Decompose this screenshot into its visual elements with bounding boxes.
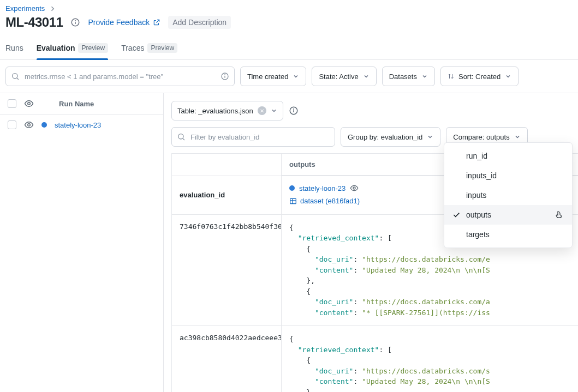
table-row[interactable]: ac398cb8580d4022aedceee3{ "retrieved_con…	[172, 325, 578, 392]
evaluation-id-cell: 7346f0763c1f42bb8b540f30a	[172, 215, 281, 326]
dropdown-item-run_id[interactable]: run_id	[444, 146, 572, 166]
external-link-icon	[153, 19, 160, 26]
tab-runs[interactable]: Runs	[5, 38, 23, 59]
svg-point-3	[13, 74, 17, 79]
visibility-icon[interactable]	[350, 184, 359, 192]
provide-feedback-link[interactable]: Provide Feedback	[88, 18, 160, 27]
dropdown-item-label: targets	[466, 230, 490, 239]
chevron-down-icon	[363, 73, 370, 80]
tab-evaluation-label: Evaluation	[37, 44, 75, 52]
state-filter[interactable]: State: Active	[312, 67, 376, 86]
run-link[interactable]: stately-loon-23	[55, 121, 101, 129]
search-wrap	[5, 67, 235, 86]
run-row[interactable]: stately-loon-23	[0, 114, 163, 135]
svg-line-4	[17, 78, 19, 80]
run-link[interactable]: stately-loon-23	[299, 184, 345, 192]
svg-point-13	[178, 134, 183, 139]
dropdown-item-label: run_id	[466, 152, 487, 160]
compare-label: Compare: outputs	[453, 133, 509, 141]
svg-point-8	[28, 102, 31, 105]
clear-table-icon[interactable]: ✕	[258, 106, 266, 115]
search-icon	[11, 72, 20, 81]
search-input[interactable]	[5, 67, 235, 86]
check-icon	[452, 210, 461, 219]
svg-rect-16	[290, 198, 296, 203]
dropdown-item-label: inputs	[466, 191, 486, 200]
svg-point-7	[225, 75, 225, 75]
main-layout: Run Name stately-loon-23 Table: _evaluat…	[0, 93, 578, 392]
select-all-checkbox[interactable]	[8, 99, 16, 108]
info-icon[interactable]	[70, 17, 80, 27]
preview-badge: Preview	[147, 43, 177, 53]
svg-line-14	[183, 138, 184, 140]
right-panel: Table: _evaluations.json ✕ Group by: eva…	[164, 93, 578, 392]
sort-button[interactable]: Sort: Created	[440, 67, 519, 86]
chevron-right-icon	[49, 5, 56, 12]
time-created-label: Time created	[247, 73, 288, 81]
svg-point-2	[75, 21, 76, 21]
dataset-link-label: dataset (e816fad1)	[300, 197, 360, 205]
column-evaluation-id: evaluation_id	[172, 176, 281, 214]
table-selector[interactable]: Table: _evaluations.json ✕	[171, 101, 283, 120]
dropdown-item-inputs_id[interactable]: inputs_id	[444, 166, 572, 185]
dropdown-item-targets[interactable]: targets	[444, 225, 572, 244]
chevron-down-icon	[427, 134, 433, 140]
filter-wrap	[171, 127, 335, 147]
dropdown-item-label: outputs	[466, 210, 491, 219]
chevron-down-icon	[514, 134, 521, 140]
state-label: State: Active	[319, 73, 358, 81]
datasets-filter[interactable]: Datasets	[382, 67, 435, 86]
column-evaluation-id-spacer	[172, 154, 281, 176]
output-json: { "retrieved_context": [ { "doc_uri": "h…	[289, 334, 570, 392]
table-selector-label: Table: _evaluations.json	[177, 107, 253, 115]
sort-icon	[448, 73, 454, 80]
dropdown-item-outputs[interactable]: outputs	[444, 205, 572, 225]
chevron-down-icon	[271, 107, 277, 114]
run-checkbox[interactable]	[8, 120, 16, 129]
title-row: ML-43011 Provide Feedback Add Descriptio…	[0, 15, 578, 38]
run-color-dot	[41, 122, 47, 128]
datasets-label: Datasets	[389, 73, 417, 81]
compare-dropdown: run_idinputs_idinputsoutputstargets	[444, 142, 573, 248]
page-title: ML-43011	[5, 15, 63, 30]
visibility-icon[interactable]	[24, 120, 34, 130]
group-by-button[interactable]: Group by: evaluation_id	[341, 127, 440, 147]
dropdown-item-label: inputs_id	[466, 171, 497, 180]
toolbar: Time created State: Active Datasets Sort…	[0, 60, 578, 93]
breadcrumb-root[interactable]: Experiments	[5, 4, 45, 13]
right-top-controls: Table: _evaluations.json ✕	[171, 101, 578, 120]
time-created-filter[interactable]: Time created	[240, 67, 306, 86]
evaluation-id-cell: ac398cb8580d4022aedceee3	[172, 326, 281, 392]
chevron-down-icon	[505, 73, 511, 80]
output-cell: { "retrieved_context": [ { "doc_uri": "h…	[281, 326, 578, 392]
tab-traces-label: Traces	[121, 44, 144, 52]
chevron-down-icon	[421, 73, 428, 80]
table-icon	[289, 197, 297, 205]
provide-feedback-label: Provide Feedback	[88, 18, 150, 27]
left-panel-header: Run Name	[0, 93, 163, 114]
group-by-label: Group by: evaluation_id	[348, 133, 422, 141]
svg-point-12	[293, 109, 294, 110]
column-run-name: Run Name	[59, 100, 94, 108]
tab-traces[interactable]: Traces Preview	[121, 38, 177, 59]
info-icon[interactable]	[221, 72, 229, 81]
sort-label: Sort: Created	[458, 73, 500, 81]
filter-input[interactable]	[171, 127, 335, 147]
preview-badge: Preview	[78, 43, 108, 53]
svg-point-15	[353, 187, 355, 189]
search-icon	[177, 132, 186, 141]
add-description-button[interactable]: Add Description	[168, 16, 231, 29]
tab-evaluation[interactable]: Evaluation Preview	[37, 38, 108, 59]
chevron-down-icon	[293, 73, 299, 80]
dropdown-item-inputs[interactable]: inputs	[444, 185, 572, 205]
cursor-icon	[555, 210, 563, 219]
tabs: Runs Evaluation Preview Traces Preview	[0, 38, 578, 60]
info-icon[interactable]	[289, 106, 299, 116]
svg-point-9	[28, 124, 31, 126]
left-panel: Run Name stately-loon-23	[0, 93, 164, 392]
dataset-link[interactable]: dataset (e816fad1)	[289, 197, 360, 205]
breadcrumb: Experiments	[0, 0, 578, 15]
visibility-icon[interactable]	[24, 99, 34, 108]
tab-runs-label: Runs	[5, 44, 23, 52]
run-color-dot	[289, 185, 295, 191]
